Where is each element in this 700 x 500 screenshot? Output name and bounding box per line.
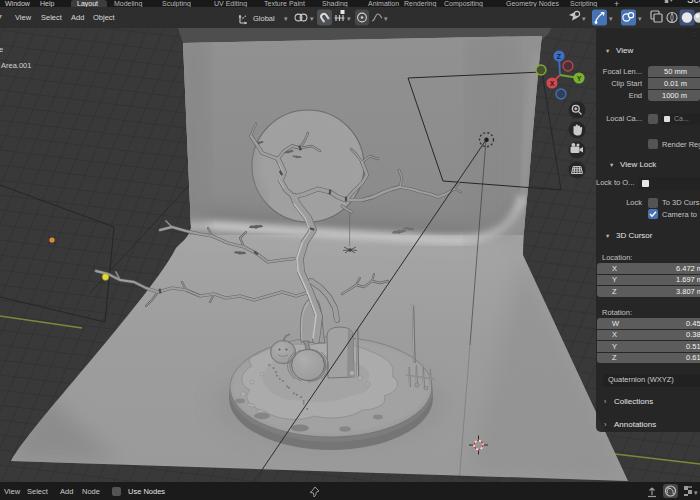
- svg-text:▾: ▾: [310, 15, 314, 22]
- svg-text:▾: ▾: [609, 15, 613, 22]
- svg-text:Global: Global: [253, 14, 275, 23]
- svg-text:Z: Z: [557, 53, 562, 60]
- svg-text:▾: ▾: [638, 15, 642, 22]
- svg-text:▾: ▾: [284, 15, 288, 22]
- svg-text:▾: ▾: [347, 15, 351, 22]
- svg-text:Y: Y: [577, 75, 582, 82]
- svg-text:X: X: [550, 80, 555, 87]
- svg-text:▾: ▾: [582, 15, 586, 22]
- svg-text:▾: ▾: [384, 15, 388, 22]
- svg-text:▾: ▾: [694, 489, 698, 496]
